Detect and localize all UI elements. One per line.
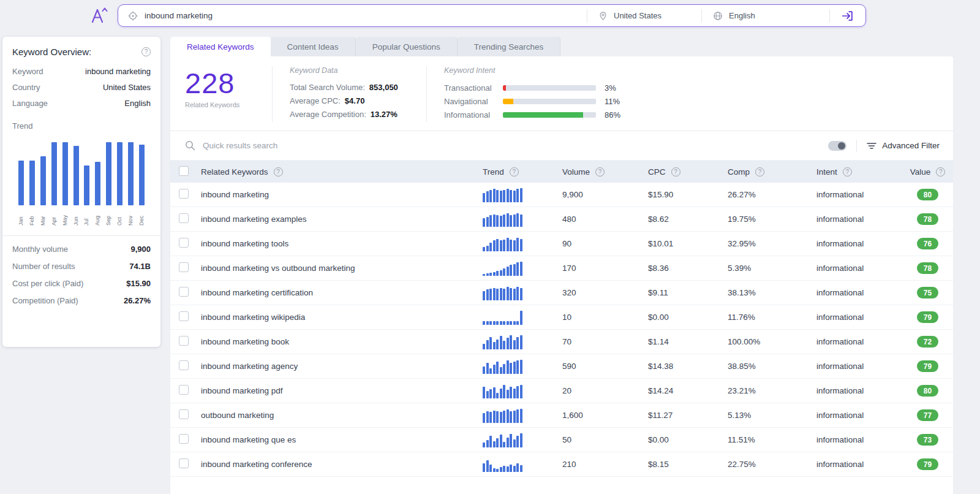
cpc-cell: $0.00 — [648, 435, 728, 444]
col-header-volume[interactable]: Volume — [562, 167, 590, 177]
comp-cell: 19.75% — [728, 215, 816, 224]
row-checkbox[interactable] — [179, 213, 189, 223]
cpc-cell: $8.15 — [648, 460, 728, 469]
keyword-intent-block: Keyword Intent Transactional3%Navigation… — [426, 66, 620, 122]
tab-trending-searches[interactable]: Trending Searches — [458, 37, 561, 56]
overview-field: CountryUnited States — [12, 83, 151, 92]
keyword-data-label: Total Search Volume: — [290, 81, 365, 94]
row-checkbox[interactable] — [179, 311, 189, 321]
language-globe-icon — [713, 11, 723, 21]
keyword-cell[interactable]: inbound marketing examples — [201, 215, 483, 224]
quick-results-search-input[interactable] — [203, 141, 460, 150]
comp-cell: 38.85% — [728, 362, 816, 371]
row-checkbox[interactable] — [179, 238, 189, 248]
col-header-cpc[interactable]: CPC — [648, 167, 666, 177]
keyword-searchbar: United States English — [118, 4, 866, 27]
keyword-cell[interactable]: inbound marketing pdf — [201, 386, 483, 395]
tab-related-keywords[interactable]: Related Keywords — [170, 37, 271, 56]
filter-row: Advanced Filter — [170, 131, 953, 161]
keyword-data-title: Keyword Data — [290, 66, 426, 75]
row-checkbox[interactable] — [179, 434, 189, 444]
keyword-search-input[interactable] — [145, 11, 577, 20]
help-icon[interactable]: ? — [510, 167, 519, 177]
col-header-trend[interactable]: Trend — [483, 167, 504, 177]
intent-cell: informational — [816, 264, 902, 273]
field-label: Language — [12, 99, 48, 108]
language-selector[interactable]: English — [702, 11, 829, 21]
intent-label: Transactional — [444, 83, 503, 93]
keyword-cell[interactable]: inbound marketing vs outbound marketing — [201, 264, 483, 273]
row-checkbox[interactable] — [179, 189, 189, 199]
keyword-intent-row: Navigational11% — [444, 94, 620, 108]
trend-sparkline — [483, 381, 522, 398]
row-checkbox[interactable] — [179, 385, 189, 395]
help-icon[interactable]: ? — [936, 167, 945, 177]
intent-label: Navigational — [444, 97, 503, 106]
trend-chart-column: Jun — [70, 139, 81, 226]
table-row: inbound marketing pdf20$14.2423.21%infor… — [170, 379, 953, 403]
intent-cell: informational — [816, 313, 902, 322]
keyword-cell[interactable]: inbound marketing book — [201, 337, 483, 346]
country-selector[interactable]: United States — [587, 11, 701, 21]
help-icon[interactable]: ? — [671, 167, 680, 177]
trend-month-label: Mar — [40, 208, 46, 226]
trend-bar — [51, 142, 57, 205]
trend-month-label: Aug — [95, 208, 100, 226]
trend-month-label: Jul — [84, 208, 89, 226]
table-row: inbound marketing9,900$15.9026.27%inform… — [170, 183, 953, 207]
col-header-intent[interactable]: Intent — [816, 167, 837, 177]
keyword-cell[interactable]: inbound marketing tools — [201, 239, 483, 248]
trend-chart-column: Oct — [114, 139, 125, 226]
col-header-comp[interactable]: Comp — [728, 167, 750, 177]
cpc-cell: $0.00 — [648, 313, 728, 322]
keyword-cell[interactable]: outbound marketing — [201, 411, 483, 420]
help-icon[interactable]: ? — [274, 167, 283, 177]
trend-bar — [95, 162, 100, 205]
row-checkbox[interactable] — [179, 458, 189, 468]
value-badge: 72 — [917, 336, 938, 348]
help-icon[interactable]: ? — [843, 167, 852, 177]
col-header-value[interactable]: Value — [910, 167, 931, 177]
intent-cell: informational — [816, 190, 902, 199]
advanced-filter-button[interactable]: Advanced Filter — [867, 141, 940, 150]
value-badge: 79 — [917, 360, 938, 372]
keyword-data-row: Average CPC:$4.70 — [290, 94, 426, 108]
keyword-cell[interactable]: inbound marketing que es — [201, 435, 483, 444]
col-header-related-keywords[interactable]: Related Keywords — [201, 167, 268, 177]
trend-bar — [106, 142, 111, 205]
row-checkbox[interactable] — [179, 287, 189, 297]
keyword-cell[interactable]: inbound marketing conference — [201, 460, 483, 469]
tab-popular-questions[interactable]: Popular Questions — [356, 37, 458, 56]
volume-cell: 320 — [562, 288, 648, 297]
help-icon[interactable]: ? — [141, 47, 151, 56]
help-icon[interactable]: ? — [755, 167, 764, 177]
trend-sparkline — [483, 430, 522, 447]
help-icon[interactable]: ? — [595, 167, 605, 177]
row-checkbox[interactable] — [179, 409, 189, 419]
keyword-cell[interactable]: inbound marketing agency — [201, 362, 483, 371]
search-submit-button[interactable] — [830, 5, 865, 26]
trend-month-label: Dec — [139, 208, 145, 226]
keyword-data-label: Average Competition: — [290, 108, 366, 121]
keyword-cell[interactable]: inbound marketing certification — [201, 288, 483, 297]
trend-chart-column: Mar — [38, 139, 49, 226]
cpc-cell: $14.24 — [648, 386, 728, 395]
filter-toggle[interactable] — [828, 141, 846, 151]
row-checkbox[interactable] — [179, 360, 189, 370]
keyword-cell[interactable]: inbound marketing — [201, 190, 483, 199]
select-all-checkbox[interactable] — [179, 166, 189, 176]
trend-month-label: Oct — [117, 208, 123, 226]
tab-content-ideas[interactable]: Content Ideas — [271, 37, 356, 56]
row-checkbox[interactable] — [179, 336, 189, 346]
trend-chart-column: Feb — [27, 139, 38, 226]
trend-sparkline — [483, 185, 522, 202]
card-divider — [2, 235, 160, 236]
trend-bar — [128, 142, 134, 205]
keyword-search-section — [118, 11, 587, 21]
keyword-cell[interactable]: inbound marketing wikipedia — [201, 313, 483, 322]
field-value: United States — [103, 83, 151, 92]
row-checkbox[interactable] — [179, 262, 189, 272]
keyword-data-value: 853,050 — [369, 81, 398, 94]
app-logo[interactable] — [89, 6, 109, 25]
trend-month-label: May — [62, 208, 68, 226]
